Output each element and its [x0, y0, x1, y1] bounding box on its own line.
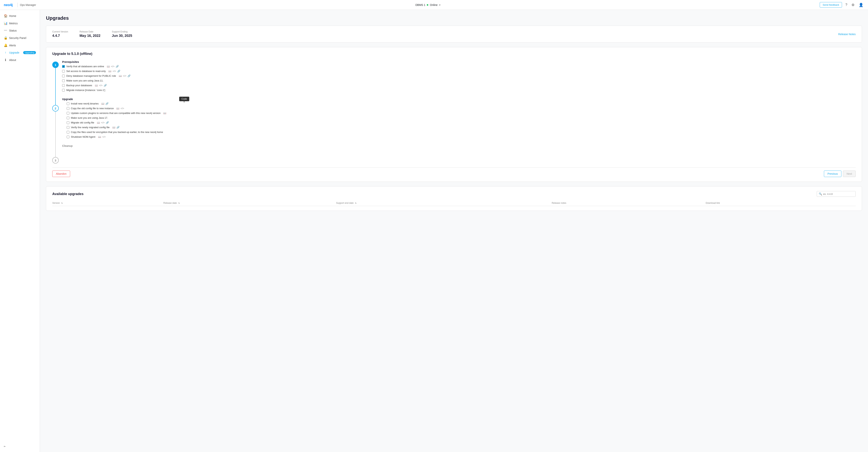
book-icon[interactable]: 📖: [97, 121, 100, 124]
help-icon[interactable]: ?: [845, 2, 848, 8]
book-icon[interactable]: 📖: [119, 74, 122, 77]
upgrade-badge: Upgrading: [23, 51, 36, 54]
task-verify-databases-checkbox[interactable]: [62, 65, 65, 68]
link-icon[interactable]: 🔗: [105, 102, 108, 105]
topnav-right: Send feedback ? ⚙ 👤: [820, 2, 864, 8]
neo4j-logo-icon: neo4j: [4, 3, 15, 7]
current-version-value: 4.4.7: [52, 34, 60, 38]
task-copy-encryption-text: Copy the files used for encryption that …: [71, 131, 163, 133]
task-copy-config-checkbox[interactable]: [67, 107, 69, 110]
book-icon[interactable]: 📖: [108, 70, 111, 72]
steps-content: Prerequisites Verify that all databases …: [62, 60, 856, 149]
link-icon[interactable]: 🔗: [127, 74, 130, 77]
task-set-access-checkbox[interactable]: [62, 70, 65, 72]
code-icon[interactable]: </>: [102, 135, 106, 138]
book-icon[interactable]: 📖: [116, 107, 119, 110]
task-update-plugins-text: Update custom plugins to versions that a…: [71, 112, 161, 115]
col-download-link: Download link: [706, 200, 856, 206]
abandon-button[interactable]: Abandon: [52, 170, 70, 177]
task-java17-checkbox[interactable]: [67, 117, 69, 119]
settings-icon[interactable]: ⚙: [851, 2, 855, 8]
sidebar-item-status-label: Status: [9, 29, 17, 32]
task-java11-checkbox[interactable]: [62, 79, 65, 82]
previous-button[interactable]: Previous: [824, 170, 841, 177]
step-2-circle: 2: [52, 105, 59, 111]
task-copy-encryption-checkbox[interactable]: [67, 131, 69, 133]
step-indicators: 1 2 3: [52, 60, 59, 163]
link-icon[interactable]: 🔗: [104, 84, 107, 87]
task-install-binaries-checkbox[interactable]: [67, 102, 69, 105]
task-shutdown-nom-text: Shutdown NOM Agent: [71, 135, 95, 138]
step-1-label: Prerequisites: [62, 59, 79, 63]
user-avatar[interactable]: 👤: [858, 2, 864, 8]
step-upgrade-label-row: Upgrade: [62, 98, 856, 101]
book-icon[interactable]: 📖: [95, 84, 98, 87]
link-icon[interactable]: 🔗: [116, 65, 119, 68]
task-deny-management: Deny database management for PUBLIC role…: [62, 74, 856, 77]
task-migrate-instance-checkbox[interactable]: [62, 89, 65, 92]
col-support-end[interactable]: Support end date ⇅: [336, 200, 552, 206]
book-icon[interactable]: 📖: [163, 112, 166, 115]
release-notes-link[interactable]: Release Notes: [838, 33, 856, 36]
code-icon[interactable]: </>: [123, 74, 127, 77]
step-1-circle: 1: [52, 62, 59, 68]
info-icon: ℹ: [4, 58, 7, 62]
collapse-icon: ⇤: [4, 445, 6, 448]
task-shutdown-nom-checkbox[interactable]: [67, 136, 69, 138]
book-icon[interactable]: 📖: [101, 102, 104, 105]
lock-icon: 🔒: [4, 36, 7, 40]
sidebar-collapse-button[interactable]: ⇤: [0, 443, 40, 450]
book-icon[interactable]: 📖: [112, 126, 115, 129]
code-icon[interactable]: </>: [101, 121, 105, 124]
search-input[interactable]: [823, 193, 854, 195]
task-install-binaries-text: Install new neo4j binaries: [71, 102, 99, 105]
sidebar-item-security-panel-label: Security Panel: [9, 36, 26, 39]
sidebar-item-metrics-label: Metrics: [9, 22, 18, 25]
link-icon[interactable]: 🔗: [117, 70, 120, 72]
task-migrate-instance-text: Migrate instance [Instance: 'core-1']: [66, 89, 105, 92]
col-version[interactable]: Version ⇅: [52, 200, 163, 206]
code-icon[interactable]: </>: [99, 84, 103, 87]
code-icon[interactable]: </>: [111, 65, 115, 68]
release-date-field: Release Date May 16, 2022: [80, 30, 100, 38]
step-cleanup-label-row: Cleanup: [62, 144, 856, 148]
task-migrate-config-checkbox[interactable]: [67, 121, 69, 124]
col-release-date[interactable]: Release date ⇅: [163, 200, 336, 206]
code-icon[interactable]: </>: [113, 70, 116, 72]
link-icon[interactable]: 🔗: [117, 126, 120, 129]
task-deny-management-text: Deny database management for PUBLIC role: [66, 74, 116, 77]
code-icon[interactable]: </>: [121, 107, 124, 110]
dropdown-arrow-icon[interactable]: ▾: [439, 3, 440, 6]
task-verify-config-checkbox[interactable]: [67, 126, 69, 129]
step-2-label: Upgrade: [62, 96, 73, 101]
send-feedback-button[interactable]: Send feedback: [820, 2, 842, 8]
sidebar-item-alerts-label: Alerts: [9, 44, 16, 47]
sidebar-item-home-label: Home: [9, 14, 16, 18]
task-update-plugins: Update custom plugins to versions that a…: [67, 112, 856, 115]
sidebar-item-about[interactable]: ℹ About: [0, 56, 40, 64]
step-3-circle: 3: [52, 157, 59, 163]
topnav-left: neo4j Ops Manager: [4, 3, 36, 7]
sidebar-item-status[interactable]: 〰 Status: [0, 27, 40, 34]
prerequisites-checklist: Verify that all databases are online 📖 <…: [62, 65, 856, 92]
sidebar: 🏠 Home 📊 Metrics 〰 Status 🔒 Security Pan…: [0, 10, 40, 452]
task-update-plugins-checkbox[interactable]: [67, 112, 69, 115]
sort-version-icon: ⇅: [61, 202, 63, 204]
sidebar-item-upgrade[interactable]: ↑ Upgrade Upgrading: [0, 49, 40, 56]
task-migrate-config-icons: 📖 </> 🔗: [97, 121, 109, 124]
sidebar-item-metrics[interactable]: 📊 Metrics: [0, 20, 40, 27]
task-deny-management-checkbox[interactable]: [62, 75, 65, 77]
top-navigation: neo4j Ops Manager DBMS 1 Online ▾ Send f…: [0, 0, 868, 10]
status-dot-icon: [427, 4, 428, 6]
task-backup-checkbox[interactable]: [62, 84, 65, 87]
link-icon[interactable]: 🔗: [106, 121, 109, 124]
sidebar-item-security-panel[interactable]: 🔒 Security Panel: [0, 34, 40, 41]
book-icon[interactable]: 📖: [98, 135, 101, 138]
task-set-access-text: Set access to database to read-only: [66, 70, 106, 72]
current-version-field: Current Version 4.4.7: [52, 30, 68, 38]
sidebar-item-alerts[interactable]: 🔔 Alerts: [0, 41, 40, 49]
sidebar-item-home[interactable]: 🏠 Home: [0, 12, 40, 20]
book-icon[interactable]: 📖: [107, 65, 110, 68]
search-box[interactable]: 🔍: [817, 191, 856, 197]
task-set-access-icons: 📖 </> 🔗: [108, 70, 120, 72]
